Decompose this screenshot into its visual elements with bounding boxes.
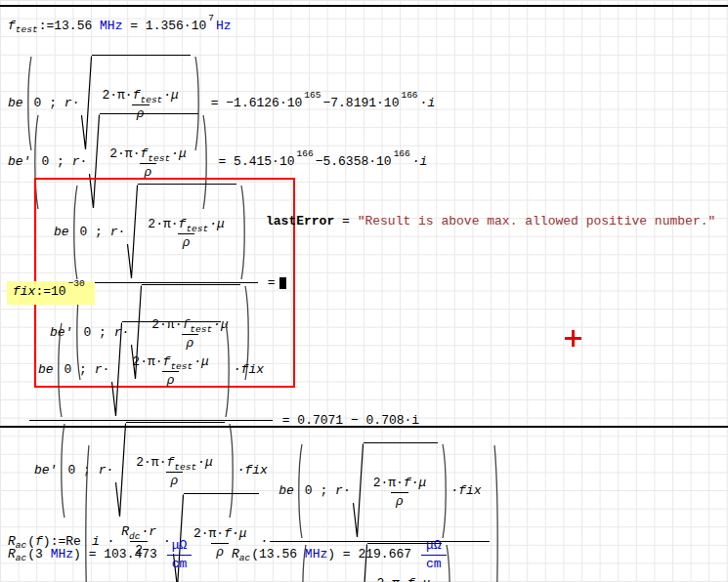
worksheet-canvas[interactable]: ftest:=13.56 MHz = 1.356·107Hz be 0 ; r·… [0, 0, 728, 582]
paren-close-icon [240, 184, 247, 281]
sqrt: 2·π·ftest·μρ [111, 321, 220, 419]
unit-mhz: MHz [305, 547, 327, 562]
radical-icon [111, 321, 122, 419]
be-call: be 0 ; r· 2·π·ftest·μρ ·fix [33, 320, 269, 420]
expr-rac-3mhz[interactable]: Rac(3 MHz) = 103.473 μΩcm [8, 537, 193, 572]
expr-ftest-definition[interactable]: ftest:=13.56 MHz = 1.356·107Hz [8, 19, 232, 34]
unit-fraction: μΩcm [167, 537, 193, 572]
last-error-output[interactable]: lastError = "Result is above max. allowe… [266, 214, 715, 229]
paren-open-icon [71, 184, 78, 281]
insert-cursor-icon [565, 330, 581, 347]
assign-operator: := [35, 284, 51, 300]
assign-operator: := [39, 19, 55, 34]
paren-close-icon [225, 321, 232, 419]
radical-icon [127, 184, 138, 281]
paren-close-icon [442, 442, 449, 540]
var-ftest: f [8, 19, 16, 34]
expr-fix-definition[interactable]: fix:=10−30 [7, 281, 95, 305]
paren-open-icon [296, 442, 303, 540]
unit-fraction: μΩcm [421, 537, 447, 572]
paren-open-icon [56, 321, 63, 419]
unit-mhz: MHz [51, 547, 73, 562]
unit-mhz: MHz [100, 19, 122, 34]
yellow-highlight: fix:=10−30 [7, 281, 95, 305]
radical-icon [353, 442, 364, 540]
be-call: be 0 ; r· 2·π·f·μρ ·fix [274, 441, 486, 541]
paren-close-icon [493, 441, 500, 582]
page-rule-separator [0, 426, 728, 428]
error-message: "Result is above max. allowed positive n… [358, 214, 716, 229]
be-call: be 0 ; r· 2·π·ftest·μρ [49, 183, 254, 282]
unit-hz: Hz [216, 19, 232, 34]
result-placeholder [279, 277, 286, 289]
sqrt: 2·π·f·μρ [353, 442, 439, 540]
sqrt: 2·π·ftest·μρ [127, 184, 236, 281]
expr-rac-1356mhz[interactable]: Rac(13.56 MHz) = 219.667 μΩcm [232, 537, 449, 572]
page-rule-top [0, 5, 728, 7]
